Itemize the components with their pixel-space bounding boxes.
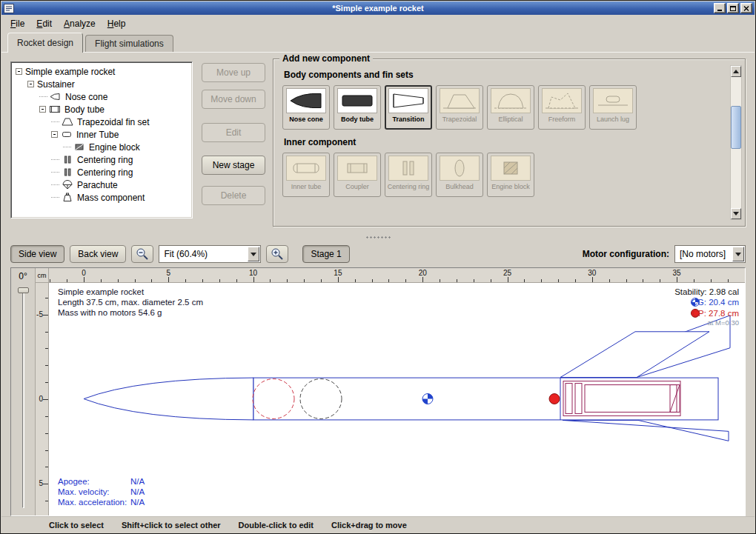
chevron-down-icon[interactable] [248,247,259,261]
component-button-centering-ring[interactable]: Centering ring [385,153,432,197]
component-button-elliptical[interactable]: Elliptical [487,85,534,130]
tree-item-centering-ring[interactable]: Centering ring [13,153,190,166]
ruler-area: cm 05101520253035 -505 [36,268,745,515]
tab-rocket-design[interactable]: Rocket design [7,33,83,53]
tree-expander-icon[interactable] [39,106,46,113]
magnifier-minus-icon [136,247,149,261]
component-tree[interactable]: Simple example rocketSustainerNose coneB… [10,61,193,218]
centering-ring-c-icon [388,156,428,181]
tree-item-body-tube[interactable]: Body tube [13,103,190,116]
v-ruler-tick [45,365,48,366]
rotation-slider-thumb[interactable] [18,287,29,293]
tree-item-nose-cone[interactable]: Nose cone [13,90,190,103]
menu-analyze[interactable]: Analyze [58,16,102,32]
tree-item-parachute[interactable]: Parachute [13,178,190,191]
tree-connector-icon [39,96,47,97]
scroll-up-button[interactable] [731,66,741,77]
zoom-out-button[interactable] [131,245,153,263]
window-icon[interactable] [4,4,14,13]
tree-item-simple-example-rocket[interactable]: Simple example rocket [13,65,190,78]
rocket-drawing-area[interactable]: Simple example rocket Length 37.5 cm, ma… [49,283,745,515]
back-view-button[interactable]: Back view [70,245,126,263]
scrollbar-thumb[interactable] [731,106,741,149]
scroll-down-button[interactable] [731,208,741,219]
h-ruler-label: 15 [334,269,342,277]
component-button-freeform[interactable]: Freeform [538,85,586,130]
h-ruler-tick [728,279,729,282]
move-down-button[interactable]: Move down [202,90,265,109]
cg-text: CG: 20.4 cm [692,298,739,307]
zoom-in-button[interactable] [266,245,288,263]
component-button-bulkhead[interactable]: Bulkhead [436,153,483,197]
tree-item-centering-ring[interactable]: Centering ring [13,166,190,178]
v-ruler-tick [43,399,48,400]
launch-lug-icon [593,88,633,113]
tab-flight-simulations[interactable]: Flight simulations [85,35,173,52]
component-button-coupler[interactable]: Coupler [334,153,381,197]
title-bar[interactable]: *Simple example rocket [1,1,755,15]
apogee-label: Apogee: [58,477,90,486]
chevron-down-icon[interactable] [732,247,744,261]
v-ruler-tick [45,450,48,451]
rotation-slider-track[interactable] [22,289,24,508]
nose-cone-shape[interactable] [84,378,253,420]
tree-expander-icon[interactable] [51,131,58,138]
v-ruler-tick [45,501,48,501]
component-button-nose-cone[interactable]: Nose cone [282,85,330,130]
tree-item-label: Trapezoidal fin set [77,117,150,127]
close-button[interactable] [740,3,752,13]
move-up-button[interactable]: Move up [202,63,265,82]
tree-connector-icon [51,184,59,185]
delete-button[interactable]: Delete [202,186,265,205]
tree-connector-icon [51,172,59,173]
zoom-select[interactable]: Fit (60.4%) [159,245,261,263]
v-ruler-label: 5 [39,479,43,487]
v-ruler-label: 0 [39,395,43,403]
status-hint: Shift+click to select other [122,521,221,530]
motor-configuration-select[interactable]: [No motors] [674,245,746,263]
component-button-body-tube[interactable]: Body tube [334,85,381,130]
component-button-label: Freeform [548,116,576,123]
menu-edit[interactable]: Edit [30,16,58,32]
tree-item-sustainer[interactable]: Sustainer [13,78,190,90]
stability-text: Stability: 2.98 cal [674,287,739,296]
max-acceleration-label: Max. acceleration: [58,498,127,507]
add-component-scrollbar[interactable] [730,65,742,220]
h-ruler-label: 0 [82,269,86,277]
component-button-transition[interactable]: Transition [385,85,432,130]
body-tube-shape[interactable] [253,378,718,420]
component-button-inner-tube[interactable]: Inner tube [282,153,330,197]
minimize-button[interactable] [714,3,726,13]
tree-item-inner-tube[interactable]: Inner Tube [13,128,190,141]
tree-connector-icon [51,121,59,122]
h-ruler-tick [541,279,542,282]
side-view-button[interactable]: Side view [10,245,64,263]
v-ruler-tick [45,433,48,434]
stage-1-toggle[interactable]: Stage 1 [302,245,349,263]
status-hints: Click to selectShift+click to select oth… [1,516,755,533]
h-ruler-tick [270,279,271,282]
tree-expander-icon[interactable] [16,68,22,75]
tree-item-mass-component[interactable]: Mass component [13,191,190,204]
tree-item-engine-block[interactable]: Engine block [13,141,190,153]
rocket-diagram: Simple example rocket Length 37.5 cm, ma… [49,283,745,515]
tree-item-trapezoidal-fin-set[interactable]: Trapezoidal fin set [13,116,190,128]
engine-block-c-icon [491,156,531,181]
menu-file[interactable]: File [4,16,30,32]
component-button-launch-lug[interactable]: Launch lug [589,85,637,130]
h-ruler-tick [135,279,136,282]
new-stage-button[interactable]: New stage [202,156,265,175]
component-button-trapezoidal[interactable]: Trapezoidal [436,85,483,130]
edit-button[interactable]: Edit [202,123,265,142]
pane-splitter[interactable] [1,234,755,241]
fin-lower-shape[interactable] [563,420,729,441]
add-component-group: Add new component Body components and fi… [273,59,746,227]
transition-icon [388,88,428,113]
cp-text: CP: 27.8 cm [692,309,739,318]
maximize-button[interactable] [727,3,739,13]
max-velocity-value: N/A [130,487,145,496]
tree-expander-icon[interactable] [27,81,34,87]
elliptical-icon [491,88,531,113]
menu-help[interactable]: Help [102,16,132,32]
component-button-engine-block[interactable]: Engine block [487,153,534,197]
